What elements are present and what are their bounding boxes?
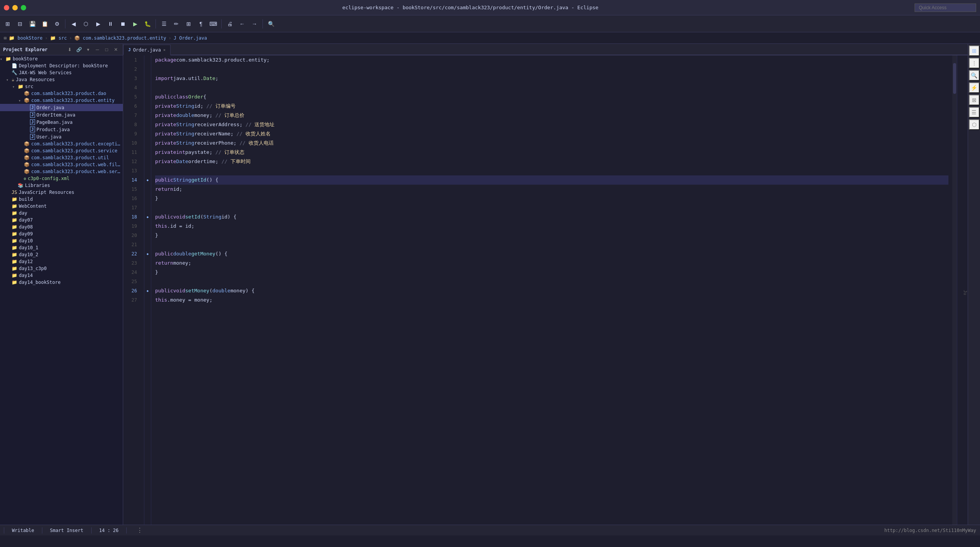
right-icon-3[interactable]: 🔍 bbox=[969, 70, 980, 81]
toolbar-btn-3[interactable]: 💾 bbox=[27, 18, 38, 29]
link-editor-button[interactable]: 🔗 bbox=[75, 46, 83, 53]
tree-item-orderitem.java[interactable]: JOrderItem.java bbox=[0, 111, 123, 118]
toolbar-btn-2[interactable]: ⊟ bbox=[15, 18, 25, 29]
toolbar-btn-forward[interactable]: → bbox=[249, 18, 260, 29]
tree-item-day[interactable]: 📁day bbox=[0, 210, 123, 217]
collapse-all-button[interactable]: ⬇ bbox=[66, 46, 74, 53]
code-line-5[interactable]: public class Order { bbox=[155, 92, 948, 102]
code-content[interactable]: package com.samblack323.product.entity; … bbox=[151, 55, 952, 525]
right-icon-6[interactable]: ☰ bbox=[969, 107, 980, 118]
tree-item-day14[interactable]: 📁day14 bbox=[0, 272, 123, 279]
code-line-16[interactable]: } bbox=[155, 194, 948, 203]
tree-item-day14_bookstore[interactable]: 📁day14_bookStore bbox=[0, 279, 123, 286]
tree-item-libraries[interactable]: 📚Libraries bbox=[0, 182, 123, 189]
right-icon-5[interactable]: ⊠ bbox=[969, 95, 980, 105]
editor-scrollbar[interactable] bbox=[952, 55, 957, 525]
code-line-11[interactable]: private int paystate; // 订单状态 bbox=[155, 148, 948, 157]
code-line-21[interactable] bbox=[155, 240, 948, 249]
toolbar-btn-11[interactable]: ☰ bbox=[159, 18, 169, 29]
code-line-15[interactable]: return id; bbox=[155, 185, 948, 194]
code-line-10[interactable]: private String receiverPhone; // 收货人电话 bbox=[155, 138, 948, 148]
code-line-24[interactable]: } bbox=[155, 268, 948, 277]
toolbar-btn-13[interactable]: ⊞ bbox=[183, 18, 194, 29]
tree-item-day10_2[interactable]: 📁day10_2 bbox=[0, 251, 123, 258]
tree-item-com.samblack323.prod[interactable]: 📦com.samblack323.product.util bbox=[0, 154, 123, 161]
toolbar-btn-16[interactable]: 🖨 bbox=[224, 18, 235, 29]
breadcrumb-item-package[interactable]: 📦 com.samblack323.product.entity bbox=[74, 35, 166, 41]
toolbar-btn-1[interactable]: ⊞ bbox=[2, 18, 13, 29]
code-line-9[interactable]: private String receiverName; // 收货人姓名 bbox=[155, 129, 948, 138]
breadcrumb-item-file[interactable]: J Order.java bbox=[174, 35, 207, 41]
code-line-18[interactable]: public void setId(String id) { bbox=[155, 212, 948, 222]
maximize-button[interactable] bbox=[21, 5, 26, 10]
tree-item-com.samblack323.prod[interactable]: 📦com.samblack323.product.web.filte... bbox=[0, 161, 123, 168]
tree-item-pagebean.java[interactable]: JPageBean.java bbox=[0, 118, 123, 126]
toolbar-btn-back[interactable]: ← bbox=[237, 18, 248, 29]
tree-item-com.samblack323.prod[interactable]: 📦com.samblack323.product.exceptio... bbox=[0, 140, 123, 147]
code-line-20[interactable]: } bbox=[155, 231, 948, 240]
code-line-7[interactable]: private double money; // 订单总价 bbox=[155, 111, 948, 120]
code-line-1[interactable]: package com.samblack323.product.entity; bbox=[155, 55, 948, 65]
tree-item-deployment_descripto[interactable]: 📄Deployment Descriptor: bookStore bbox=[0, 62, 123, 69]
tree-item-day12[interactable]: 📁day12 bbox=[0, 258, 123, 265]
quick-access-input[interactable] bbox=[915, 3, 976, 12]
code-line-19[interactable]: this.id = id; bbox=[155, 222, 948, 231]
tree-expand-icon[interactable]: ▾ bbox=[12, 85, 18, 89]
view-menu-button[interactable]: ▾ bbox=[84, 46, 92, 53]
tree-item-com.samblack323.prod[interactable]: 📦com.samblack323.product.dao bbox=[0, 90, 123, 97]
tree-item-day09[interactable]: 📁day09 bbox=[0, 230, 123, 237]
close-button[interactable] bbox=[4, 5, 9, 10]
tree-item-com.samblack323.prod[interactable]: 📦com.samblack323.product.web.serv... bbox=[0, 168, 123, 175]
window-controls[interactable] bbox=[4, 5, 26, 10]
tab-close-icon[interactable]: ✕ bbox=[163, 48, 166, 52]
tree-item-javascript_resources[interactable]: JSJavaScript Resources bbox=[0, 189, 123, 196]
tree-item-jax-ws_web_services[interactable]: 🔧JAX-WS Web Services bbox=[0, 69, 123, 76]
toolbar-btn-5[interactable]: ⚙ bbox=[52, 18, 62, 29]
tab-order-java[interactable]: J Order.java ✕ bbox=[123, 45, 171, 55]
tree-item-com.samblack323.prod[interactable]: 📦com.samblack323.product.service bbox=[0, 147, 123, 154]
toolbar-btn-9[interactable]: ⏸ bbox=[105, 18, 116, 29]
tree-item-day13_c3p0[interactable]: 📁day13_c3p0 bbox=[0, 265, 123, 272]
toolbar-btn-10[interactable]: ⏹ bbox=[117, 18, 128, 29]
breadcrumb-item-src[interactable]: 📁 src bbox=[50, 35, 67, 41]
code-line-13[interactable] bbox=[155, 166, 948, 175]
tree-item-bookstore[interactable]: ▾📁bookStore bbox=[0, 55, 123, 62]
code-line-14[interactable]: public String getId() { bbox=[155, 175, 948, 185]
tree-item-day07[interactable]: 📁day07 bbox=[0, 217, 123, 223]
code-line-4[interactable] bbox=[155, 83, 948, 92]
toolbar-btn-debug[interactable]: 🐛 bbox=[142, 18, 153, 29]
tree-expand-icon[interactable]: ▾ bbox=[6, 78, 12, 82]
tree-item-user.java[interactable]: JUser.java bbox=[0, 133, 123, 140]
toolbar-btn-7[interactable]: ⬡ bbox=[80, 18, 91, 29]
minimize-button[interactable] bbox=[12, 5, 18, 10]
tree-item-day08[interactable]: 📁day08 bbox=[0, 223, 123, 230]
scrollbar-thumb[interactable] bbox=[953, 63, 956, 94]
tree-item-product.java[interactable]: JProduct.java bbox=[0, 126, 123, 133]
tree-item-day10_1[interactable]: 📁day10_1 bbox=[0, 244, 123, 251]
tree-item-order.java[interactable]: JOrder.java bbox=[0, 104, 123, 111]
tree-item-day10[interactable]: 📁day10 bbox=[0, 237, 123, 244]
code-line-3[interactable]: import java.util.Date; bbox=[155, 74, 948, 83]
code-line-2[interactable] bbox=[155, 65, 948, 74]
tree-expand-icon[interactable]: ▾ bbox=[0, 57, 5, 61]
right-icon-1[interactable]: ⊞ bbox=[969, 45, 980, 56]
toolbar-btn-4[interactable]: 📋 bbox=[39, 18, 50, 29]
toolbar-btn-15[interactable]: ⌨ bbox=[208, 18, 219, 29]
toolbar-btn-12[interactable]: ✏ bbox=[171, 18, 182, 29]
right-icon-4[interactable]: ⚡ bbox=[969, 82, 980, 93]
close-panel-button[interactable]: ✕ bbox=[112, 46, 120, 53]
right-icon-7[interactable]: ⬡ bbox=[969, 119, 980, 130]
tree-item-src[interactable]: ▾📁src bbox=[0, 83, 123, 90]
code-line-27[interactable]: this.money = money; bbox=[155, 295, 948, 305]
toolbar-btn-8[interactable]: ▶ bbox=[93, 18, 104, 29]
code-line-26[interactable]: public void setMoney(double money) { bbox=[155, 286, 948, 295]
code-line-17[interactable] bbox=[155, 203, 948, 212]
code-editor[interactable]: 1234567891011121314151617181920212223242… bbox=[123, 55, 968, 525]
code-line-6[interactable]: private String id; // 订单编号 bbox=[155, 102, 948, 111]
tree-item-java_resources[interactable]: ▾☕Java Resources bbox=[0, 76, 123, 83]
toolbar-btn-run[interactable]: ▶ bbox=[130, 18, 140, 29]
code-line-8[interactable]: private String receiverAddress; // 送货地址 bbox=[155, 120, 948, 129]
code-line-25[interactable] bbox=[155, 277, 948, 286]
status-menu-button[interactable]: ⋮ bbox=[134, 525, 145, 536]
code-line-12[interactable]: private Date ordertime; // 下单时间 bbox=[155, 157, 948, 166]
